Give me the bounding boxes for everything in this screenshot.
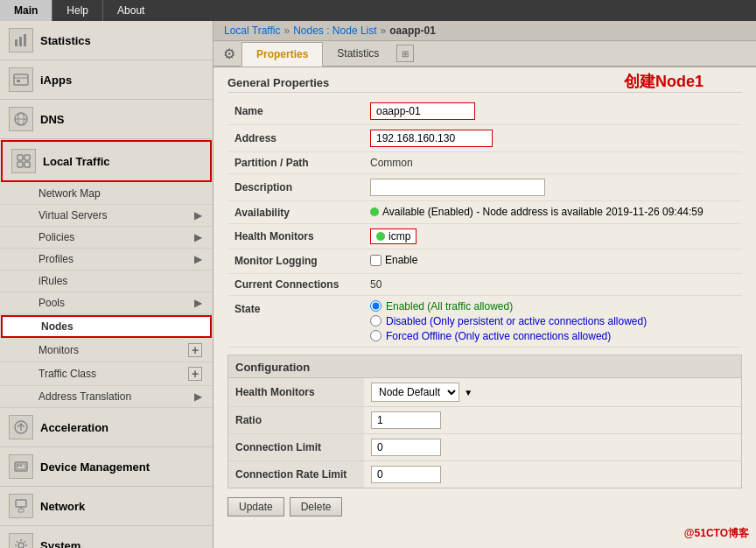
local-traffic-label: Local Traffic [43, 155, 110, 168]
sidebar-item-local-traffic[interactable]: Local Traffic [1, 140, 212, 182]
topnav-about[interactable]: About [103, 0, 158, 21]
address-label: Address [228, 125, 363, 152]
monitors-plus-icon[interactable]: + [188, 343, 202, 357]
local-traffic-icon [11, 149, 36, 173]
action-buttons: Update Delete [228, 497, 742, 516]
sidebar-item-iapps[interactable]: iApps [0, 60, 213, 100]
svg-rect-17 [18, 465, 19, 467]
traffic-class-plus-icon[interactable]: + [188, 367, 202, 381]
dns-icon [9, 107, 33, 131]
state-enabled-label: Enabled (All traffic allowed) [386, 300, 513, 313]
system-label: System [40, 539, 80, 549]
sidebar: Statistics iApps DNS Local Traffic Netwo… [0, 21, 214, 548]
description-input[interactable] [370, 179, 545, 196]
monitor-logging-checkbox[interactable] [370, 255, 382, 266]
tab-statistics[interactable]: Statistics [323, 42, 393, 65]
state-disabled-radio[interactable] [370, 315, 382, 327]
connection-limit-input[interactable] [371, 439, 441, 456]
iapps-label: iApps [40, 74, 72, 87]
breadcrumb-local-traffic[interactable]: Local Traffic [224, 25, 280, 37]
breadcrumb-node-list[interactable]: Nodes : Node List [293, 25, 376, 37]
tab-properties[interactable]: Properties [242, 42, 323, 67]
topnav-main[interactable]: Main [0, 0, 52, 21]
monitor-logging-label: Monitor Logging [228, 249, 363, 274]
svg-rect-11 [18, 162, 23, 167]
current-connections-label: Current Connections [228, 273, 363, 295]
connection-rate-limit-label: Connection Rate Limit [228, 460, 364, 488]
sidebar-sub-pools[interactable]: Pools ▶ [0, 292, 213, 314]
sidebar-item-dns[interactable]: DNS [0, 100, 213, 139]
svg-rect-19 [16, 500, 26, 507]
svg-rect-2 [24, 34, 26, 46]
svg-rect-5 [17, 80, 20, 82]
health-monitor-value: icmp [388, 230, 410, 242]
sidebar-sub-profiles[interactable]: Profiles ▶ [0, 249, 213, 270]
availability-green-dot [370, 207, 379, 216]
sidebar-sub-nodes[interactable]: Nodes [1, 315, 212, 338]
svg-rect-12 [24, 162, 30, 167]
config-health-monitors-label: Health Monitors [228, 378, 364, 407]
sidebar-item-network[interactable]: Network [0, 487, 213, 526]
connection-limit-label: Connection Limit [228, 433, 364, 460]
acceleration-label: Acceleration [40, 421, 108, 434]
config-health-monitors-select[interactable]: Node Default [371, 383, 459, 402]
form-content: 创建Node1 General Properties Name Address [214, 67, 756, 548]
partition-label: Partition / Path [228, 152, 363, 174]
svg-rect-0 [15, 39, 18, 46]
topnav-help[interactable]: Help [52, 0, 103, 21]
sidebar-sub-monitors[interactable]: Monitors + [0, 339, 213, 362]
configuration-section: Configuration Health Monitors Node Defau… [228, 355, 742, 488]
sidebar-sub-network-map[interactable]: Network Map [0, 183, 213, 205]
name-label: Name [228, 98, 363, 125]
svg-point-22 [18, 543, 24, 548]
availability-text: Available (Enabled) - Node address is av… [382, 206, 704, 218]
update-button[interactable]: Update [228, 497, 284, 516]
svg-rect-9 [18, 155, 23, 160]
tab-bar: ⚙ Properties Statistics ⊞ [214, 41, 756, 67]
health-monitor-dot [376, 232, 385, 241]
acceleration-icon [9, 415, 33, 439]
state-forced-radio[interactable] [370, 330, 382, 341]
svg-rect-20 [18, 509, 24, 512]
sidebar-item-acceleration[interactable]: Acceleration [0, 408, 213, 447]
name-input[interactable] [370, 102, 475, 120]
device-management-icon [9, 454, 33, 479]
sidebar-sub-traffic-class[interactable]: Traffic Class + [0, 362, 213, 386]
address-input[interactable] [370, 130, 493, 147]
sidebar-sub-virtual-servers[interactable]: Virtual Servers ▶ [0, 205, 213, 227]
watermark: @51CTO博客 [684, 526, 749, 541]
connection-rate-limit-input[interactable] [371, 466, 441, 483]
partition-value: Common [363, 152, 742, 174]
content-area: Local Traffic » Nodes : Node List » oaap… [214, 21, 756, 548]
network-icon [9, 494, 33, 518]
state-enabled-radio[interactable] [370, 300, 382, 312]
state-radio-group: Enabled (All traffic allowed) Disabled (… [370, 300, 735, 342]
sidebar-item-statistics[interactable]: Statistics [0, 21, 213, 60]
monitor-logging-checkbox-label: Enable [385, 254, 417, 266]
network-label: Network [40, 500, 85, 513]
delete-button[interactable]: Delete [290, 497, 343, 516]
sidebar-sub-address-translation[interactable]: Address Translation ▶ [0, 386, 213, 408]
sidebar-item-device-management[interactable]: Device Management [0, 447, 213, 487]
breadcrumb: Local Traffic » Nodes : Node List » oaap… [214, 21, 756, 41]
system-icon [9, 533, 33, 548]
svg-rect-1 [19, 37, 22, 46]
svg-rect-18 [20, 465, 22, 467]
state-disabled-label: Disabled (Only persistent or active conn… [386, 315, 647, 327]
health-monitor-badge: icmp [370, 228, 416, 244]
sidebar-sub-policies[interactable]: Policies ▶ [0, 227, 213, 249]
sidebar-item-system[interactable]: System [0, 526, 213, 548]
description-label: Description [228, 174, 363, 201]
current-connections-value: 50 [363, 273, 742, 295]
ratio-label: Ratio [228, 406, 364, 433]
health-monitors-label: Health Monitors [228, 224, 363, 249]
sidebar-sub-irules[interactable]: iRules [0, 270, 213, 292]
annotation-text: 创建Node1 [624, 71, 704, 92]
device-management-label: Device Management [40, 460, 150, 474]
svg-rect-3 [14, 74, 28, 85]
ratio-input[interactable] [371, 411, 441, 429]
availability-label: Availability [228, 201, 363, 224]
tab-expand-icon[interactable]: ⊞ [396, 45, 414, 62]
gear-icon[interactable]: ⚙ [217, 41, 242, 66]
configuration-title: Configuration [228, 355, 741, 378]
